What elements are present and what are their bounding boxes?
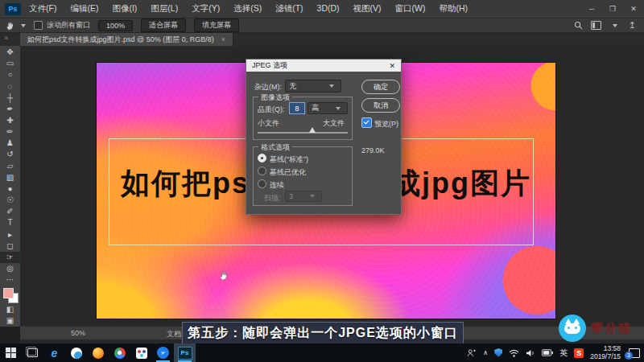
shape-icon: ◻	[6, 242, 13, 250]
crop-tool[interactable]: ┼	[0, 93, 20, 104]
dialog-close-icon[interactable]: ✕	[389, 62, 395, 70]
status-zoom-level[interactable]: 50%	[71, 329, 85, 337]
zoom-tool[interactable]: ◎	[0, 263, 20, 274]
taskbar-clock[interactable]: 13:58 2019/7/15	[590, 345, 621, 360]
lasso-icon: ○	[7, 71, 12, 79]
pen-tool[interactable]: ✐	[0, 206, 20, 217]
menu-image[interactable]: 图像(I)	[112, 3, 137, 14]
eraser-tool[interactable]: ▱	[0, 161, 20, 172]
close-button[interactable]: ✕	[623, 5, 644, 13]
menu-select[interactable]: 选择(S)	[233, 3, 262, 14]
baseline-standard-radio[interactable]	[258, 154, 266, 162]
brush-icon: ✏	[6, 128, 13, 136]
fit-screen-button[interactable]: 适合屏幕	[141, 19, 186, 32]
marquee-tool[interactable]: ▭	[0, 58, 20, 69]
gradient-tool[interactable]: ▧	[0, 172, 20, 183]
edge-button[interactable]: e	[43, 343, 65, 362]
speaker-icon[interactable]	[526, 349, 535, 357]
blur-tool[interactable]: ●	[0, 183, 20, 195]
menu-type[interactable]: 文字(Y)	[192, 3, 220, 14]
start-button[interactable]	[0, 343, 22, 362]
thunder-icon: ➢	[157, 347, 169, 359]
restore-button[interactable]: ❐	[602, 5, 623, 13]
matte-dropdown[interactable]: 无	[285, 80, 341, 93]
type-tool[interactable]: T	[0, 217, 20, 228]
lasso-tool[interactable]: ○	[0, 69, 20, 80]
path-selection-tool[interactable]: ▸	[0, 229, 20, 241]
clone-stamp-tool[interactable]: ♟	[0, 138, 20, 149]
quick-selection-tool[interactable]: ◌	[0, 80, 20, 92]
menu-help[interactable]: 帮助(H)	[440, 3, 469, 14]
document-tab-title: 如何把psd文件转换成jpg图片.psd @ 50% (图层 0, RGB/8)	[27, 35, 214, 45]
fill-screen-button[interactable]: 填充屏幕	[194, 19, 239, 32]
dialog-title-bar[interactable]: JPEG 选项 ✕	[246, 60, 401, 72]
thunder-button[interactable]: ➢	[152, 343, 174, 362]
quality-level-dropdown[interactable]: 高	[308, 102, 348, 114]
baseline-optimized-radio[interactable]	[258, 167, 266, 175]
menu-edit[interactable]: 编辑(E)	[70, 3, 98, 14]
foreground-color-swatch[interactable]	[3, 288, 14, 298]
wifi-icon[interactable]	[509, 349, 519, 357]
matte-caret-icon	[329, 84, 334, 88]
scans-value: 3	[289, 192, 293, 200]
cancel-button[interactable]: 取消	[361, 98, 400, 113]
chrome-button[interactable]	[109, 343, 130, 362]
toolbar-collapse-icon[interactable]: »	[4, 34, 8, 42]
jpeg-options-dialog: JPEG 选项 ✕ 杂边(M): 无 确定 取消 预览(P) 279.0K 图像…	[246, 59, 402, 215]
menu-file[interactable]: 文件(F)	[29, 3, 56, 14]
browser-app-icon	[71, 348, 82, 359]
ok-button[interactable]: 确定	[361, 80, 400, 94]
minimize-button[interactable]: ─	[581, 5, 602, 13]
tray-expand-icon[interactable]: ∧	[483, 349, 488, 356]
hand-tool[interactable]: ☞	[0, 252, 20, 263]
notification-center-icon[interactable]: 3	[629, 348, 640, 358]
eyedropper-tool[interactable]: ✒	[0, 104, 20, 115]
firefox-button[interactable]	[87, 343, 109, 362]
photoshop-taskbar-button[interactable]: Ps	[174, 343, 196, 362]
tool-preset-caret-icon[interactable]	[21, 24, 26, 27]
task-view-button[interactable]	[22, 343, 43, 362]
watermark-text: 零分猫	[591, 321, 632, 336]
player-app-button[interactable]	[130, 343, 152, 362]
dodge-tool[interactable]: ☉	[0, 195, 20, 206]
preview-label: 预览(P)	[374, 119, 398, 130]
screen-mode-button[interactable]: ▣	[0, 315, 20, 327]
share-icon[interactable]: ↥	[629, 20, 636, 31]
brush-tool[interactable]: ✏	[0, 126, 20, 138]
zoom-100-button[interactable]: 100%	[98, 20, 133, 31]
menu-view[interactable]: 视图(V)	[353, 3, 382, 14]
history-brush-tool[interactable]: ↺	[0, 149, 20, 160]
preview-checkbox[interactable]	[361, 117, 372, 128]
quality-slider-thumb[interactable]	[309, 127, 316, 133]
zoom-icon: ◎	[6, 265, 14, 273]
menu-filter[interactable]: 滤镜(T)	[275, 3, 303, 14]
quality-slider[interactable]	[258, 132, 348, 134]
spot-healing-tool[interactable]: ✚	[0, 115, 20, 126]
document-tab[interactable]: 如何把psd文件转换成jpg图片.psd @ 50% (图层 0, RGB/8)…	[20, 33, 233, 46]
progressive-radio[interactable]	[258, 179, 266, 188]
search-icon[interactable]	[574, 21, 583, 30]
menu-window[interactable]: 窗口(W)	[395, 3, 426, 14]
menu-3d[interactable]: 3D(D)	[317, 3, 340, 14]
battery-icon[interactable]	[542, 349, 553, 356]
workspace-icon[interactable]	[591, 21, 601, 30]
more-tools-button[interactable]: ⋯	[0, 274, 20, 286]
quality-input[interactable]: 8	[289, 102, 305, 114]
quick-mask-button[interactable]: ◧	[0, 304, 20, 315]
ime-indicator[interactable]: 英	[559, 348, 568, 359]
notification-badge: 3	[625, 352, 633, 360]
tab-close-icon[interactable]: ×	[221, 35, 225, 43]
clock-date: 2019/7/15	[590, 353, 621, 361]
photoshop-logo-icon: Ps	[5, 3, 21, 15]
player-app-icon	[136, 348, 147, 359]
workspace-caret-icon[interactable]	[613, 24, 617, 27]
security-shield-icon[interactable]	[494, 348, 502, 357]
quality-level-caret-icon	[336, 107, 341, 110]
scroll-all-windows-checkbox[interactable]	[34, 21, 43, 30]
menu-layer[interactable]: 图层(L)	[151, 3, 178, 14]
move-tool[interactable]: ✥	[0, 47, 20, 58]
browser-app-button[interactable]	[65, 343, 87, 362]
shape-tool[interactable]: ◻	[0, 241, 20, 252]
people-icon[interactable]	[467, 348, 477, 357]
sogou-icon[interactable]: S	[574, 348, 584, 358]
